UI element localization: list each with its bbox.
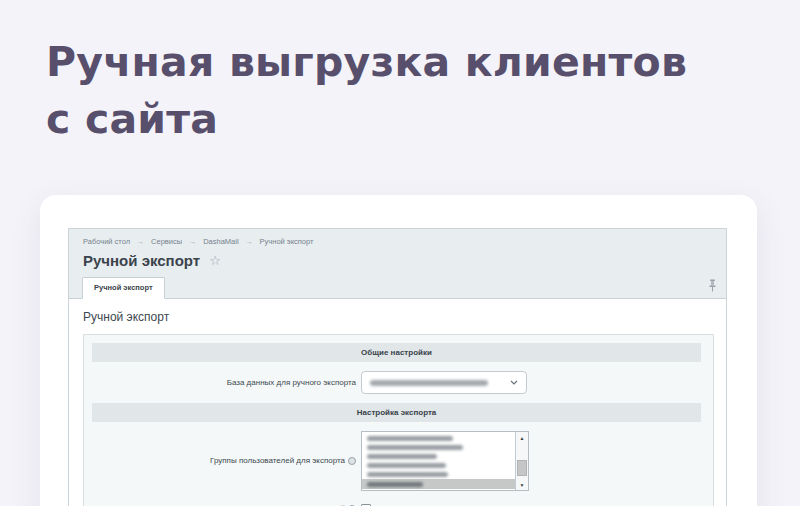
field-label: База данных для ручного экспорта: [92, 378, 356, 388]
help-icon[interactable]: [348, 457, 356, 465]
breadcrumb-current: Ручной экспорт: [260, 237, 314, 246]
admin-panel: Рабочий стол → Сервисы → DashaMail → Руч…: [68, 228, 727, 506]
user-groups-multiselect[interactable]: ▲ ▼: [361, 431, 529, 491]
settings-form: Общие настройки База данных для ручного …: [83, 334, 714, 506]
redacted-option-selected[interactable]: [362, 479, 515, 489]
redacted-text: [367, 436, 453, 441]
multiselect-options: [362, 432, 515, 490]
redacted-option[interactable]: [362, 434, 515, 443]
hero-heading-line2: с сайта: [46, 95, 218, 143]
scrollbar[interactable]: ▲ ▼: [515, 432, 528, 490]
field-label-text: Группы пользователей для экспорта: [210, 456, 345, 466]
redacted-text: [367, 463, 446, 468]
section-header-general: Общие настройки: [92, 343, 701, 362]
redacted-text: [367, 472, 448, 477]
breadcrumb-separator-icon: →: [137, 238, 144, 245]
screenshot-card: Рабочий стол → Сервисы → DashaMail → Руч…: [40, 195, 757, 506]
scroll-up-icon[interactable]: ▲: [516, 432, 528, 443]
hero-heading: Ручная выгрузка клиентов с сайта: [46, 34, 766, 148]
breadcrumb-link-dashamail[interactable]: DashaMail: [203, 237, 238, 246]
tab-manual-export[interactable]: Ручной экспорт: [82, 277, 165, 299]
scroll-down-icon[interactable]: ▼: [516, 479, 528, 490]
field-row-database: База данных для ручного экспорта: [92, 371, 701, 394]
redacted-text: [367, 454, 437, 459]
redacted-option[interactable]: [362, 452, 515, 461]
section-header-export: Настройка экспорта: [92, 403, 701, 422]
hero-heading-line1: Ручная выгрузка клиентов: [46, 38, 687, 86]
favorite-star-icon[interactable]: ☆: [209, 254, 221, 267]
breadcrumb-separator-icon: →: [246, 238, 253, 245]
scrollbar-thumb[interactable]: [517, 460, 527, 476]
redacted-text: [367, 482, 423, 487]
chevron-down-icon: [510, 380, 518, 385]
redacted-text: [367, 445, 463, 450]
admin-title-row: Ручной экспорт ☆: [69, 249, 726, 269]
page: { "page": { "heading_line1": "Ручная выг…: [0, 0, 800, 506]
tab-bar: Ручной экспорт: [69, 275, 726, 299]
redacted-option[interactable]: [362, 443, 515, 452]
breadcrumb-separator-icon: →: [189, 238, 196, 245]
redacted-option[interactable]: [362, 461, 515, 470]
admin-content: Ручной экспорт Общие настройки База данн…: [69, 299, 726, 506]
database-select[interactable]: [361, 371, 527, 394]
admin-page-title: Ручной экспорт: [83, 252, 200, 269]
pin-icon[interactable]: [708, 279, 717, 292]
redacted-select-value: [370, 380, 488, 386]
admin-header: Рабочий стол → Сервисы → DashaMail → Руч…: [69, 229, 726, 299]
form-title: Ручной экспорт: [83, 310, 714, 324]
breadcrumb: Рабочий стол → Сервисы → DashaMail → Руч…: [69, 229, 726, 249]
field-label-text: База данных для ручного экспорта: [227, 378, 356, 388]
breadcrumb-link-services[interactable]: Сервисы: [151, 237, 182, 246]
field-row-groups: Группы пользователей для экспорта ▲ ▼: [92, 431, 701, 491]
breadcrumb-link-desktop[interactable]: Рабочий стол: [83, 237, 130, 246]
redacted-option[interactable]: [362, 470, 515, 479]
field-label: Группы пользователей для экспорта: [92, 456, 356, 466]
